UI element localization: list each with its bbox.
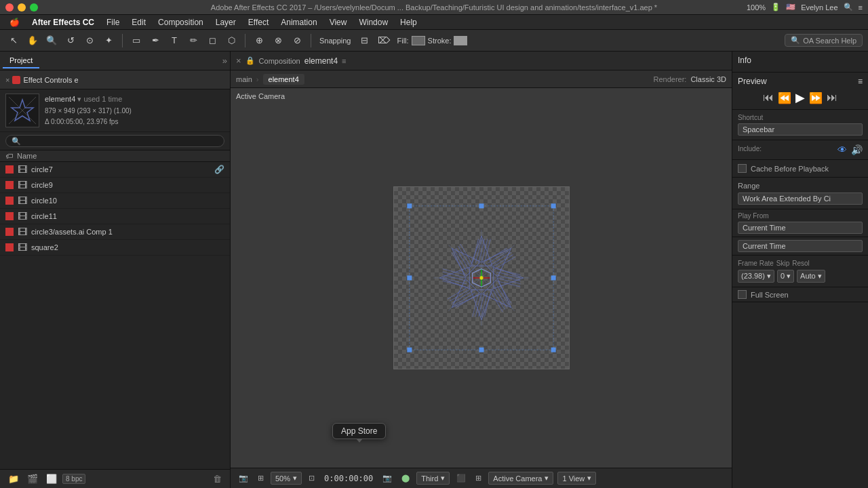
brush-tool[interactable]: ✏ bbox=[185, 33, 201, 49]
search-help-bar[interactable]: 🔍 OA Search Help bbox=[785, 34, 863, 47]
list-item[interactable]: 🎞 circle9 bbox=[0, 178, 230, 193]
menu-view[interactable]: View bbox=[324, 16, 353, 28]
rotate-tool[interactable]: ↺ bbox=[62, 33, 79, 49]
snap-icon[interactable]: ⌦ bbox=[376, 33, 392, 49]
svg-line-35 bbox=[488, 289, 509, 310]
channel-icon[interactable]: ⊞ bbox=[473, 472, 484, 484]
full-screen-checkbox[interactable] bbox=[738, 290, 747, 299]
text-tool[interactable]: T bbox=[166, 33, 182, 49]
fit-icon[interactable]: ⊡ bbox=[306, 472, 317, 484]
breadcrumb-element4[interactable]: element4 bbox=[263, 74, 304, 85]
delete-icon[interactable]: 🗑 bbox=[210, 472, 224, 485]
menu-composition[interactable]: Composition bbox=[153, 16, 209, 28]
close-button[interactable] bbox=[5, 3, 14, 12]
puppet-tool[interactable]: ✦ bbox=[100, 33, 117, 49]
snapping-toggle[interactable]: ⊟ bbox=[357, 33, 373, 49]
frame-rate-dropdown[interactable]: (23.98) ▾ bbox=[738, 270, 774, 283]
play-button[interactable]: ▶ bbox=[795, 90, 805, 105]
color-mode-icon[interactable]: ⬤ bbox=[399, 472, 412, 484]
project-file-list: 🎞 circle7 🔗 🎞 circle9 🎞 circle10 🎞 circl… bbox=[0, 162, 230, 469]
rect-tool[interactable]: ▭ bbox=[128, 33, 144, 49]
search-help-text: OA Search Help bbox=[803, 37, 856, 45]
list-item[interactable]: 🎞 circle3/assets.ai Comp 1 bbox=[0, 224, 230, 240]
range-value[interactable]: Work Area Extended By Ci bbox=[738, 192, 863, 205]
audio-include-icon[interactable]: 🔊 bbox=[851, 144, 863, 155]
menu-icon[interactable]: ≡ bbox=[859, 3, 863, 12]
list-item[interactable]: 🎞 circle11 bbox=[0, 209, 230, 224]
view-count-dropdown[interactable]: 1 View ▾ bbox=[557, 472, 596, 485]
traffic-lights[interactable] bbox=[5, 3, 38, 12]
pin-tool[interactable]: ⊕ bbox=[251, 33, 267, 49]
project-search[interactable] bbox=[0, 132, 230, 150]
menu-window[interactable]: Window bbox=[353, 16, 393, 28]
menu-layer[interactable]: Layer bbox=[210, 16, 241, 28]
search-icon[interactable]: 🔍 bbox=[844, 3, 853, 12]
current-time-value[interactable]: Current Time bbox=[738, 240, 863, 252]
skip-to-start-button[interactable]: ⏮ bbox=[763, 92, 774, 104]
stroke-color[interactable] bbox=[454, 36, 467, 45]
eraser-tool[interactable]: ◻ bbox=[204, 33, 220, 49]
zoom-tool[interactable]: 🔍 bbox=[43, 33, 60, 49]
transparent-icon[interactable]: ⬛ bbox=[454, 472, 469, 484]
fill-color[interactable] bbox=[412, 36, 425, 45]
skip-to-end-button[interactable]: ⏭ bbox=[827, 92, 837, 104]
effect-controls-label[interactable]: Effect Controls e bbox=[23, 76, 78, 84]
menu-effect[interactable]: Effect bbox=[243, 16, 274, 28]
pin3-tool[interactable]: ⊘ bbox=[289, 33, 305, 49]
skip-dropdown[interactable]: 0 ▾ bbox=[777, 270, 794, 283]
bpc-badge[interactable]: 8 bpc bbox=[62, 474, 85, 484]
new-solid-icon[interactable]: ⬜ bbox=[43, 472, 60, 485]
play-from-value[interactable]: Current Time bbox=[738, 222, 863, 234]
window-title: Adobe After Effects CC 2017 – /Users/eve… bbox=[211, 3, 657, 12]
hand-tool[interactable]: ✋ bbox=[24, 33, 41, 49]
list-item[interactable]: 🎞 circle7 🔗 bbox=[0, 162, 230, 178]
effect-tab-close[interactable]: × bbox=[5, 76, 9, 84]
info-panel: Info bbox=[732, 52, 868, 73]
step-forward-button[interactable]: ⏩ bbox=[809, 92, 823, 104]
panel-expand-icon[interactable]: » bbox=[222, 56, 227, 66]
list-item[interactable]: 🎞 square2 bbox=[0, 240, 230, 256]
step-back-button[interactable]: ⏪ bbox=[778, 92, 791, 104]
svg-line-44 bbox=[456, 291, 477, 312]
menu-file[interactable]: File bbox=[101, 16, 125, 28]
menu-help[interactable]: Help bbox=[395, 16, 422, 28]
app-menu-aftereffects[interactable]: After Effects CC bbox=[26, 16, 100, 28]
snapping-label[interactable]: Snapping bbox=[317, 33, 354, 49]
comp-lock-icon[interactable]: 🔒 bbox=[245, 56, 255, 65]
preview-menu-icon[interactable]: ≡ bbox=[858, 77, 863, 86]
viewport-content bbox=[394, 187, 569, 369]
tab-project[interactable]: Project bbox=[3, 54, 39, 68]
camera-icon[interactable]: 📷 bbox=[380, 472, 395, 484]
new-folder-icon[interactable]: 📁 bbox=[5, 472, 22, 485]
snapshot-icon[interactable]: 📷 bbox=[236, 472, 251, 484]
pin2-tool[interactable]: ⊗ bbox=[270, 33, 286, 49]
shortcut-section: Shortcut Spacebar bbox=[732, 110, 868, 140]
stamp-tool[interactable]: ⬡ bbox=[223, 33, 239, 49]
search-input[interactable] bbox=[5, 135, 224, 147]
comp-menu-icon[interactable]: ≡ bbox=[342, 57, 346, 65]
list-item[interactable]: 🎞 circle10 bbox=[0, 193, 230, 209]
comp-viewport: Active Camera bbox=[231, 88, 732, 468]
grid-icon[interactable]: ⊞ bbox=[255, 472, 267, 484]
camera-orbit-tool[interactable]: ⊙ bbox=[81, 33, 98, 49]
apple-menu[interactable]: 🍎 bbox=[4, 16, 25, 28]
resolution-dropdown[interactable]: Auto ▾ bbox=[797, 270, 825, 283]
minimize-button[interactable] bbox=[18, 3, 26, 12]
svg-line-21 bbox=[488, 246, 509, 267]
file-name: circle3/assets.ai Comp 1 bbox=[31, 228, 113, 236]
comp-close-button[interactable]: × bbox=[236, 56, 241, 66]
menu-edit[interactable]: Edit bbox=[126, 16, 151, 28]
menu-animation[interactable]: Animation bbox=[275, 16, 322, 28]
new-composition-icon[interactable]: 🎬 bbox=[24, 472, 41, 485]
pen-tool[interactable]: ✒ bbox=[147, 33, 163, 49]
video-include-icon[interactable]: 👁 bbox=[837, 144, 847, 155]
select-tool[interactable]: ↖ bbox=[5, 33, 22, 49]
breadcrumb-main[interactable]: main bbox=[236, 75, 252, 83]
camera-dropdown[interactable]: Active Camera ▾ bbox=[488, 472, 553, 485]
breadcrumb-separator: › bbox=[256, 75, 259, 83]
zoom-dropdown[interactable]: 50% ▾ bbox=[271, 472, 302, 485]
view-third-dropdown[interactable]: Third ▾ bbox=[416, 472, 450, 485]
color-swatch bbox=[5, 197, 14, 205]
cache-checkbox[interactable] bbox=[738, 164, 747, 173]
maximize-button[interactable] bbox=[30, 3, 38, 12]
